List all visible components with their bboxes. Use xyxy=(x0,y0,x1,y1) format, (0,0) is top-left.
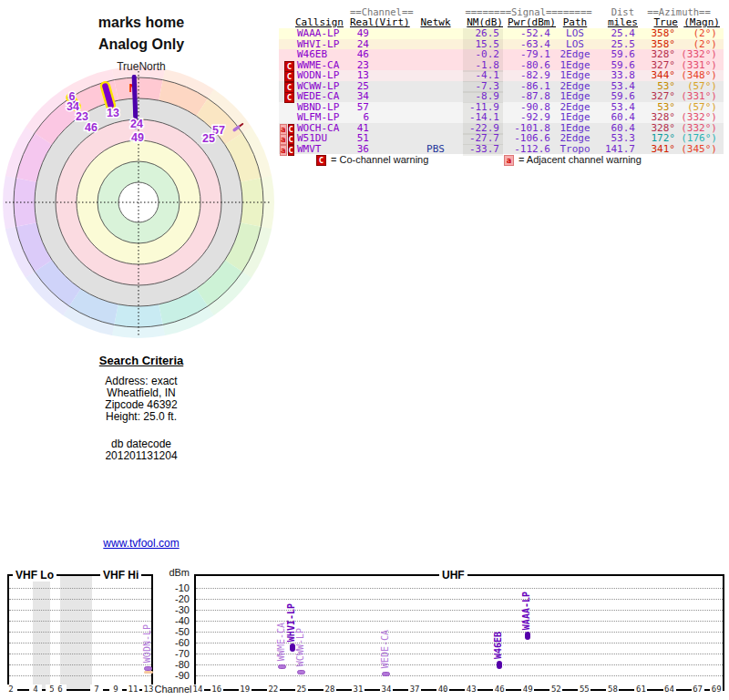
dbm-axis-tick: -60 xyxy=(159,637,190,648)
gridline xyxy=(9,621,151,622)
dbm-axis-label: dBm xyxy=(159,567,190,578)
channel-axis-tick: 22 xyxy=(267,685,280,694)
gridline xyxy=(196,621,723,622)
gridline xyxy=(196,610,723,611)
channel-axis-tick: 55 xyxy=(578,685,590,694)
channel-axis-tick: 67 xyxy=(692,685,704,694)
vhf-panel xyxy=(7,574,153,691)
channel-axis-tick: 31 xyxy=(352,685,364,694)
dbm-axis-tick: -50 xyxy=(159,626,190,637)
gridline xyxy=(9,632,151,633)
vhf-lo-label: VHF Lo xyxy=(13,569,56,582)
signal-bar-label: WAAA-LP xyxy=(521,592,534,630)
channel-axis-tick: 9 xyxy=(109,685,122,694)
channel-axis-label: Channel xyxy=(152,684,194,695)
channel-axis-tick: 16 xyxy=(210,685,223,694)
signal-bar-label: WCWW-LP xyxy=(295,628,308,666)
dbm-axis-tick: -20 xyxy=(159,593,190,604)
dbm-axis-tick: -10 xyxy=(159,582,190,593)
gridline xyxy=(9,588,151,589)
signal-bar-label: WEDE-CA xyxy=(380,630,393,668)
gridline xyxy=(196,643,723,643)
dbm-axis-tick: -80 xyxy=(159,659,190,670)
signal-bar xyxy=(290,643,295,652)
channel-axis-tick: 4 xyxy=(29,685,42,694)
dbm-axis-tick: -90 xyxy=(159,670,190,681)
gridline xyxy=(9,664,151,665)
gridline xyxy=(9,599,151,600)
gridline xyxy=(196,599,723,600)
gridline xyxy=(9,610,151,611)
channel-axis-tick: 11 xyxy=(127,685,139,694)
channel-axis-tick: 2 xyxy=(5,685,17,694)
channel-axis-tick: 7 xyxy=(90,685,103,694)
channel-axis-tick: 6 xyxy=(54,685,67,694)
vhf-hi-label: VHF Hi xyxy=(100,569,141,582)
channel-axis-tick: 49 xyxy=(521,685,534,694)
signal-bar xyxy=(382,672,390,676)
signal-bar xyxy=(278,664,286,669)
gridline xyxy=(196,675,723,676)
gridline xyxy=(9,643,151,643)
channel-axis-tick: 19 xyxy=(239,685,252,694)
signal-bar-label: WODN-LP xyxy=(142,624,155,663)
channel-axis-tick: 37 xyxy=(408,685,421,694)
channel-axis-tick: 40 xyxy=(436,685,449,694)
channel-axis-tick: 46 xyxy=(493,685,506,694)
gridline xyxy=(9,654,151,654)
channel-axis-tick: 69 xyxy=(710,685,723,694)
channel-axis-tick: 52 xyxy=(549,685,562,694)
gridline xyxy=(196,588,723,589)
signal-bar-label: W46EB xyxy=(493,632,506,659)
signal-bar xyxy=(525,632,530,640)
uhf-label: UHF xyxy=(439,569,467,582)
gridline xyxy=(9,675,151,676)
gridline xyxy=(196,654,723,654)
channel-axis-tick: 61 xyxy=(634,685,647,694)
signal-bar xyxy=(297,670,305,674)
uhf-panel xyxy=(194,574,724,691)
channel-axis-tick: 14 xyxy=(191,685,204,694)
signal-bar xyxy=(144,666,152,671)
channel-axis-tick: 25 xyxy=(295,685,308,694)
signal-chart: VHF Lo VHF Hi UHF dBm Channel -10-20-30-… xyxy=(0,0,729,700)
channel-axis-tick: 13 xyxy=(142,685,155,694)
gridline xyxy=(196,664,723,665)
dbm-axis-tick: -30 xyxy=(159,604,190,615)
gridline xyxy=(196,632,723,633)
dbm-axis-tick: -40 xyxy=(159,615,190,626)
dbm-axis-tick: -70 xyxy=(159,648,190,659)
channel-axis-tick: 43 xyxy=(465,685,477,694)
channel-axis-tick: 34 xyxy=(380,685,393,694)
channel-axis-tick: 58 xyxy=(606,685,619,694)
tvfool-report: N 24491363423465725 marks home Analog On… xyxy=(0,0,729,700)
channel-axis-tick: 64 xyxy=(663,685,676,694)
signal-bar xyxy=(497,661,502,669)
channel-axis-tick: 28 xyxy=(323,685,336,694)
